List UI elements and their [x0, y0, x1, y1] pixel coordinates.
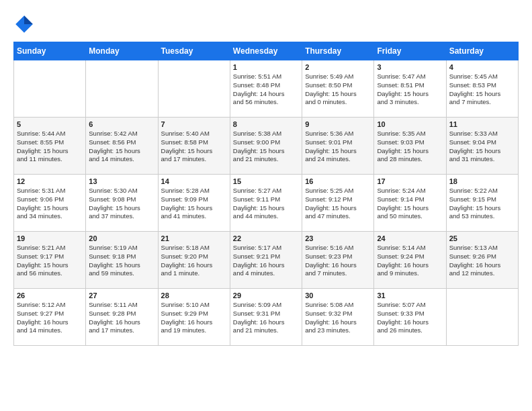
page-header	[13, 13, 519, 35]
calendar-cell	[158, 60, 230, 118]
weekday-header: Tuesday	[158, 42, 230, 60]
calendar-cell	[14, 60, 86, 118]
day-number: 6	[89, 120, 154, 128]
weekday-header: Monday	[86, 42, 158, 60]
cell-content: Sunrise: 5:22 AMSunset: 9:15 PMDaylight:…	[449, 187, 515, 221]
cell-content: Sunrise: 5:42 AMSunset: 8:56 PMDaylight:…	[89, 130, 154, 164]
logo-icon	[13, 13, 35, 35]
day-number: 15	[233, 177, 299, 185]
cell-content: Sunrise: 5:17 AMSunset: 9:21 PMDaylight:…	[233, 244, 299, 278]
day-number: 21	[161, 234, 227, 242]
cell-content: Sunrise: 5:30 AMSunset: 9:08 PMDaylight:…	[89, 187, 154, 221]
day-number: 13	[89, 177, 154, 185]
day-number: 1	[233, 63, 299, 71]
cell-content: Sunrise: 5:45 AMSunset: 8:53 PMDaylight:…	[449, 73, 515, 107]
cell-content: Sunrise: 5:25 AMSunset: 9:12 PMDaylight:…	[305, 187, 371, 221]
cell-content: Sunrise: 5:28 AMSunset: 9:09 PMDaylight:…	[161, 187, 227, 221]
day-number: 24	[377, 234, 443, 242]
day-number: 17	[377, 177, 443, 185]
calendar-cell	[446, 289, 518, 346]
cell-content: Sunrise: 5:11 AMSunset: 9:28 PMDaylight:…	[89, 301, 154, 335]
cell-content: Sunrise: 5:21 AMSunset: 9:17 PMDaylight:…	[17, 244, 83, 278]
calendar-cell: 9Sunrise: 5:36 AMSunset: 9:01 PMDaylight…	[302, 118, 374, 175]
weekday-header: Wednesday	[230, 42, 302, 60]
calendar-cell: 28Sunrise: 5:10 AMSunset: 9:29 PMDayligh…	[158, 289, 230, 346]
calendar-cell: 25Sunrise: 5:13 AMSunset: 9:26 PMDayligh…	[446, 232, 518, 289]
cell-content: Sunrise: 5:49 AMSunset: 8:50 PMDaylight:…	[305, 73, 371, 107]
calendar-cell: 5Sunrise: 5:44 AMSunset: 8:55 PMDaylight…	[14, 118, 86, 175]
cell-content: Sunrise: 5:14 AMSunset: 9:24 PMDaylight:…	[377, 244, 443, 278]
calendar-body: 1Sunrise: 5:51 AMSunset: 8:48 PMDaylight…	[14, 60, 519, 346]
calendar-cell: 17Sunrise: 5:24 AMSunset: 9:14 PMDayligh…	[374, 175, 446, 232]
day-number: 11	[449, 120, 515, 128]
calendar-cell: 6Sunrise: 5:42 AMSunset: 8:56 PMDaylight…	[86, 118, 158, 175]
cell-content: Sunrise: 5:16 AMSunset: 9:23 PMDaylight:…	[305, 244, 371, 278]
calendar-cell: 16Sunrise: 5:25 AMSunset: 9:12 PMDayligh…	[302, 175, 374, 232]
calendar-cell: 18Sunrise: 5:22 AMSunset: 9:15 PMDayligh…	[446, 175, 518, 232]
calendar-row: 19Sunrise: 5:21 AMSunset: 9:17 PMDayligh…	[14, 232, 519, 289]
cell-content: Sunrise: 5:24 AMSunset: 9:14 PMDaylight:…	[377, 187, 443, 221]
day-number: 28	[161, 291, 227, 300]
calendar-cell: 8Sunrise: 5:38 AMSunset: 9:00 PMDaylight…	[230, 118, 302, 175]
day-number: 7	[161, 120, 227, 128]
cell-content: Sunrise: 5:10 AMSunset: 9:29 PMDaylight:…	[161, 301, 227, 335]
calendar-cell: 4Sunrise: 5:45 AMSunset: 8:53 PMDaylight…	[446, 60, 518, 118]
calendar-cell: 30Sunrise: 5:08 AMSunset: 9:32 PMDayligh…	[302, 289, 374, 346]
day-number: 8	[233, 120, 299, 128]
day-number: 30	[305, 291, 371, 300]
logo	[13, 13, 38, 35]
day-number: 31	[377, 291, 443, 300]
day-number: 10	[377, 120, 443, 128]
calendar-row: 1Sunrise: 5:51 AMSunset: 8:48 PMDaylight…	[14, 60, 519, 118]
cell-content: Sunrise: 5:35 AMSunset: 9:03 PMDaylight:…	[377, 130, 443, 164]
calendar-row: 12Sunrise: 5:31 AMSunset: 9:06 PMDayligh…	[14, 175, 519, 232]
cell-content: Sunrise: 5:09 AMSunset: 9:31 PMDaylight:…	[233, 301, 299, 335]
calendar-cell: 14Sunrise: 5:28 AMSunset: 9:09 PMDayligh…	[158, 175, 230, 232]
cell-content: Sunrise: 5:33 AMSunset: 9:04 PMDaylight:…	[449, 130, 515, 164]
calendar-row: 26Sunrise: 5:12 AMSunset: 9:27 PMDayligh…	[14, 289, 519, 346]
calendar-header: SundayMondayTuesdayWednesdayThursdayFrid…	[14, 42, 519, 60]
day-number: 23	[305, 234, 371, 242]
day-number: 2	[305, 63, 371, 71]
day-number: 29	[233, 291, 299, 300]
weekday-header: Friday	[374, 42, 446, 60]
cell-content: Sunrise: 5:31 AMSunset: 9:06 PMDaylight:…	[17, 187, 83, 221]
cell-content: Sunrise: 5:47 AMSunset: 8:51 PMDaylight:…	[377, 73, 443, 107]
calendar-cell	[86, 60, 158, 118]
calendar-cell: 21Sunrise: 5:18 AMSunset: 9:20 PMDayligh…	[158, 232, 230, 289]
day-number: 4	[449, 63, 515, 71]
cell-content: Sunrise: 5:13 AMSunset: 9:26 PMDaylight:…	[449, 244, 515, 278]
calendar-cell: 27Sunrise: 5:11 AMSunset: 9:28 PMDayligh…	[86, 289, 158, 346]
calendar-cell: 1Sunrise: 5:51 AMSunset: 8:48 PMDaylight…	[230, 60, 302, 118]
weekday-header: Saturday	[446, 42, 518, 60]
day-number: 19	[17, 234, 83, 242]
day-number: 26	[17, 291, 83, 300]
weekday-header: Sunday	[14, 42, 86, 60]
calendar-row: 5Sunrise: 5:44 AMSunset: 8:55 PMDaylight…	[14, 118, 519, 175]
cell-content: Sunrise: 5:27 AMSunset: 9:11 PMDaylight:…	[233, 187, 299, 221]
day-number: 3	[377, 63, 443, 71]
weekday-header: Thursday	[302, 42, 374, 60]
day-number: 12	[17, 177, 83, 185]
cell-content: Sunrise: 5:36 AMSunset: 9:01 PMDaylight:…	[305, 130, 371, 164]
day-number: 18	[449, 177, 515, 185]
cell-content: Sunrise: 5:44 AMSunset: 8:55 PMDaylight:…	[17, 130, 83, 164]
calendar-cell: 26Sunrise: 5:12 AMSunset: 9:27 PMDayligh…	[14, 289, 86, 346]
calendar-cell: 13Sunrise: 5:30 AMSunset: 9:08 PMDayligh…	[86, 175, 158, 232]
calendar-cell: 7Sunrise: 5:40 AMSunset: 8:58 PMDaylight…	[158, 118, 230, 175]
calendar-cell: 19Sunrise: 5:21 AMSunset: 9:17 PMDayligh…	[14, 232, 86, 289]
calendar-cell: 15Sunrise: 5:27 AMSunset: 9:11 PMDayligh…	[230, 175, 302, 232]
calendar-cell: 31Sunrise: 5:07 AMSunset: 9:33 PMDayligh…	[374, 289, 446, 346]
cell-content: Sunrise: 5:40 AMSunset: 8:58 PMDaylight:…	[161, 130, 227, 164]
calendar-cell: 20Sunrise: 5:19 AMSunset: 9:18 PMDayligh…	[86, 232, 158, 289]
day-number: 9	[305, 120, 371, 128]
cell-content: Sunrise: 5:38 AMSunset: 9:00 PMDaylight:…	[233, 130, 299, 164]
day-number: 27	[89, 291, 154, 300]
cell-content: Sunrise: 5:07 AMSunset: 9:33 PMDaylight:…	[377, 301, 443, 335]
calendar-cell: 3Sunrise: 5:47 AMSunset: 8:51 PMDaylight…	[374, 60, 446, 118]
svg-marker-1	[24, 15, 33, 24]
calendar-cell: 29Sunrise: 5:09 AMSunset: 9:31 PMDayligh…	[230, 289, 302, 346]
day-number: 5	[17, 120, 83, 128]
calendar-cell: 12Sunrise: 5:31 AMSunset: 9:06 PMDayligh…	[14, 175, 86, 232]
cell-content: Sunrise: 5:12 AMSunset: 9:27 PMDaylight:…	[17, 301, 83, 335]
